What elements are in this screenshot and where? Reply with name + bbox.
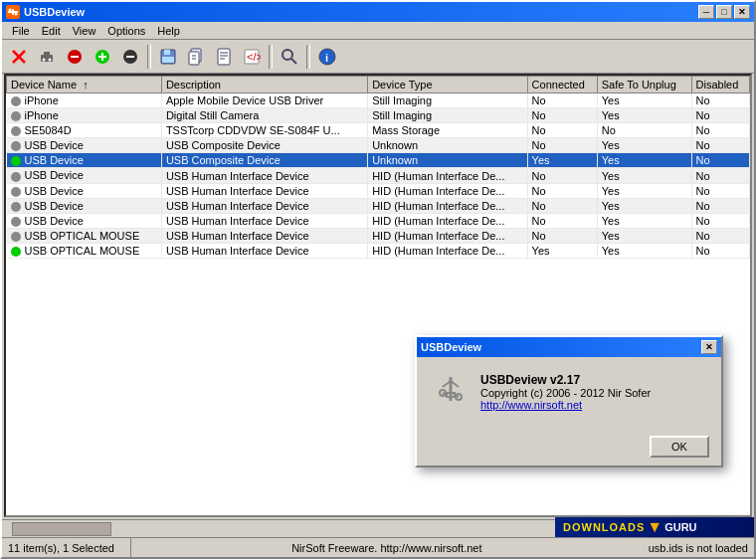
usb-logo-icon — [433, 373, 469, 416]
about-dialog: USBDeview ✕ — [415, 335, 723, 467]
dialog-version: USBDeview v2.17 — [480, 373, 705, 387]
main-window: USBDeview ─ □ ✕ File Edit View Options H… — [0, 0, 756, 559]
dialog-title-bar: USBDeview ✕ — [417, 337, 721, 357]
dialog-title: USBDeview — [421, 341, 481, 353]
modal-overlay: USBDeview ✕ — [2, 2, 754, 557]
dialog-close-button[interactable]: ✕ — [701, 340, 717, 354]
dialog-content-row: USBDeview v2.17 Copyright (c) 2006 - 201… — [433, 373, 705, 416]
dialog-body: USBDeview v2.17 Copyright (c) 2006 - 201… — [417, 357, 721, 432]
dialog-text-block: USBDeview v2.17 Copyright (c) 2006 - 201… — [480, 373, 705, 411]
dialog-footer: OK — [417, 432, 721, 466]
dialog-link[interactable]: http://www.nirsoft.net — [480, 399, 582, 411]
dialog-ok-button[interactable]: OK — [650, 436, 709, 458]
dialog-copyright: Copyright (c) 2006 - 2012 Nir Sofer — [480, 387, 705, 399]
